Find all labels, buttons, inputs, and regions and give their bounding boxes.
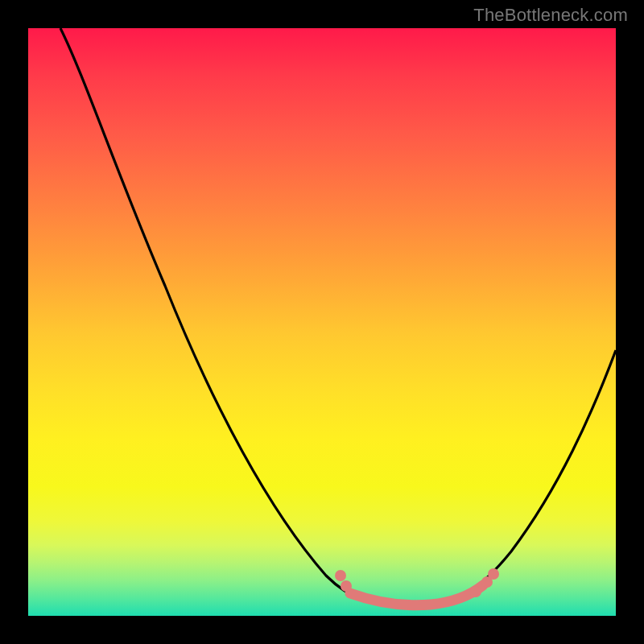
highlight-dot	[341, 580, 352, 592]
highlight-dot	[488, 568, 499, 580]
highlight-arc	[350, 585, 483, 605]
chart-frame: TheBottleneck.com	[0, 0, 644, 644]
curve-layer	[28, 28, 616, 616]
highlight-dot	[335, 570, 346, 581]
bottleneck-curve	[60, 28, 616, 606]
plot-area	[28, 28, 616, 616]
watermark-text: TheBottleneck.com	[473, 5, 628, 26]
highlight-dot	[470, 586, 481, 597]
